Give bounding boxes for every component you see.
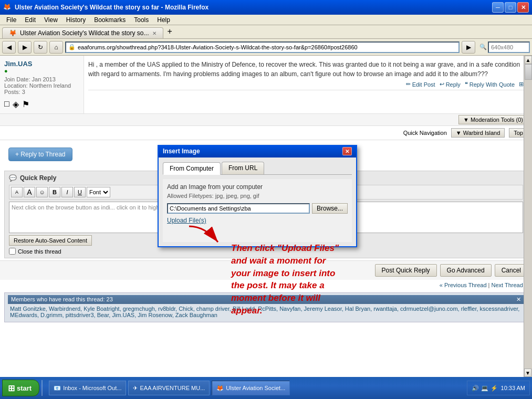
dialog-body: Add an Image from your computer Allowed … [163, 179, 352, 242]
home-button[interactable]: ⌂ [49, 41, 63, 54]
annotation-area: Then click "Upload Files" and wait a mom… [231, 242, 339, 317]
browse-button[interactable]: Browse... [312, 203, 348, 214]
firefox-icon: 🦊 [3, 3, 12, 12]
dialog-overlay: Insert Image ✕ From Computer From URL Ad… [0, 56, 532, 377]
upload-files-link[interactable]: Upload File(s) [167, 217, 348, 224]
menu-tools[interactable]: Tools [130, 15, 153, 25]
minimize-button[interactable]: ─ [492, 2, 504, 13]
content-wrapper: Jim.UAS ● Join Date: Jan 2013 Location: … [0, 56, 532, 377]
dialog-tabs: From Computer From URL [163, 162, 352, 175]
systray-icon-3: ⚡ [491, 385, 498, 392]
systray-icons: 🔊 💻 ⚡ [472, 385, 498, 392]
taskbar-right: 🔊 💻 ⚡ 10:33 AM [467, 381, 530, 395]
current-tab[interactable]: 🦊 Ulster Aviation Society's Wildcat the … [2, 27, 163, 38]
go-button[interactable]: ▶ [462, 41, 475, 54]
taskbar-icon-1: ✈ [133, 385, 138, 392]
annotation-text: Then click "Upload Files" and wait a mom… [231, 242, 339, 317]
taskbar-label-0: Inbox - Microsoft Out... [63, 385, 121, 391]
taskbar-item-1[interactable]: ✈ EAA AIRVENTURE MU... [128, 381, 210, 395]
dialog-close-button[interactable]: ✕ [342, 147, 352, 155]
tab-close-icon[interactable]: ✕ [152, 30, 157, 36]
start-button[interactable]: ⊞ start [2, 380, 39, 396]
dialog-title: Insert Image [163, 148, 200, 155]
menu-edit[interactable]: Edit [20, 15, 40, 25]
taskbar: ⊞ start 📧 Inbox - Microsoft Out... ✈ EAA… [0, 377, 532, 399]
tab-label: Ulster Aviation Society's Wildcat the st… [20, 29, 149, 37]
taskbar-label-1: EAA AIRVENTURE MU... [140, 385, 205, 391]
taskbar-item-2[interactable]: 🦊 Ulster Aviation Societ... [212, 381, 290, 395]
taskbar-label-2: Ulster Aviation Societ... [226, 385, 285, 391]
forward-button[interactable]: ▶ [18, 41, 32, 54]
menu-bookmarks[interactable]: Bookmarks [90, 15, 130, 25]
menu-file[interactable]: File [2, 15, 20, 25]
url-input[interactable] [78, 44, 456, 50]
file-path-input[interactable] [167, 203, 310, 214]
dialog-allowed-types: Allowed Filetypes: jpg, jpeg, png, gif [167, 193, 348, 199]
clock: 10:33 AM [501, 385, 525, 391]
maximize-button[interactable]: □ [505, 2, 516, 13]
search-input[interactable] [488, 41, 530, 53]
refresh-button[interactable]: ↻ [34, 41, 47, 54]
nav-bar: ◀ ▶ ↻ ⌂ 🔒 ▶ 🔍 [0, 39, 532, 56]
tab-bar: 🦊 Ulster Aviation Society's Wildcat the … [0, 25, 532, 39]
start-label: start [17, 384, 32, 392]
taskbar-items: 📧 Inbox - Microsoft Out... ✈ EAA AIRVENT… [45, 381, 466, 395]
window-controls: ─ □ ✕ [492, 2, 529, 13]
dialog-title-bar: Insert Image ✕ [159, 145, 356, 158]
taskbar-item-0[interactable]: 📧 Inbox - Microsoft Out... [49, 381, 126, 395]
address-bar[interactable]: 🔒 [65, 41, 460, 53]
search-icon: 🔍 [479, 44, 487, 50]
taskbar-icon-0: 📧 [54, 385, 61, 392]
dialog-content: From Computer From URL Add an Image from… [159, 158, 356, 246]
menu-history[interactable]: History [62, 15, 90, 25]
tab-favicon: 🦊 [9, 29, 17, 37]
insert-image-dialog: Insert Image ✕ From Computer From URL Ad… [158, 145, 357, 247]
menu-view[interactable]: View [40, 15, 62, 25]
close-button[interactable]: ✕ [517, 2, 529, 13]
systray-icon-2: 💻 [481, 385, 488, 392]
tab-from-computer[interactable]: From Computer [163, 162, 221, 175]
file-input-row: Browse... [167, 203, 348, 214]
title-bar: 🦊 Ulster Aviation Society's Wildcat the … [0, 0, 532, 15]
menu-help[interactable]: Help [153, 15, 174, 25]
menu-bar: File Edit View History Bookmarks Tools H… [0, 15, 532, 25]
window-title: Ulster Aviation Society's Wildcat the st… [15, 4, 492, 11]
dialog-instruction: Add an Image from your computer [167, 183, 348, 191]
taskbar-icon-2: 🦊 [216, 385, 224, 392]
back-button[interactable]: ◀ [2, 41, 16, 54]
new-tab-button[interactable]: + [163, 25, 176, 38]
systray-icon-1: 🔊 [472, 385, 479, 392]
tab-from-url[interactable]: From URL [222, 162, 264, 174]
